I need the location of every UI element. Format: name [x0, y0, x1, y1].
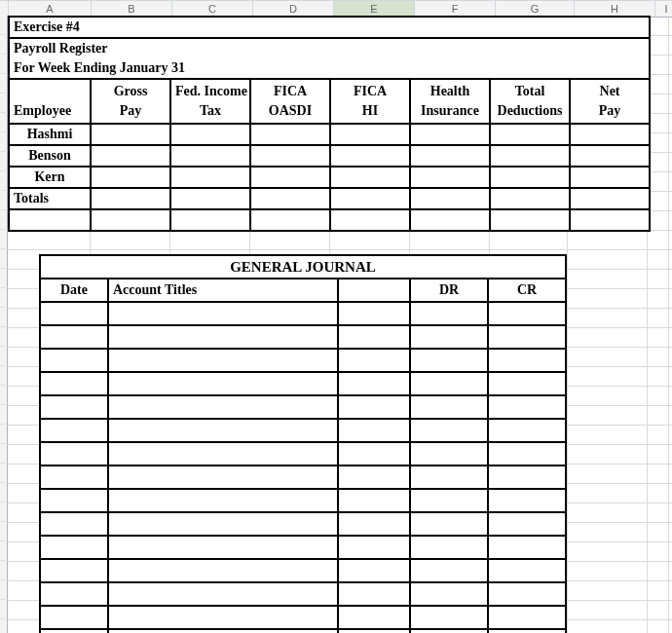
cell[interactable]	[91, 188, 170, 209]
journal-cell[interactable]	[488, 419, 566, 442]
row-header[interactable]	[0, 425, 8, 444]
journal-cell[interactable]	[40, 325, 108, 349]
hdr-fedincome-bot[interactable]: Tax	[170, 101, 250, 124]
row-header[interactable]	[0, 347, 8, 366]
journal-cell[interactable]	[108, 302, 338, 325]
row-header[interactable]	[0, 55, 8, 74]
payroll-title[interactable]: Exercise #4	[9, 17, 650, 38]
journal-cell[interactable]	[410, 442, 488, 465]
hdr-fica-hi-bot[interactable]: HI	[330, 101, 410, 124]
journal-cell[interactable]	[108, 629, 338, 633]
hdr-employee-top[interactable]	[9, 79, 91, 101]
journal-cell[interactable]	[338, 559, 410, 582]
emp-name-2[interactable]: Kern	[9, 167, 91, 188]
journal-cell[interactable]	[488, 489, 566, 512]
cell[interactable]	[330, 167, 410, 188]
cell[interactable]	[410, 145, 490, 167]
journal-cell[interactable]	[338, 302, 410, 325]
row-header[interactable]	[0, 464, 8, 483]
row-header[interactable]	[0, 191, 8, 210]
payroll-subtitle-2[interactable]: For Week Ending January 31	[9, 58, 650, 79]
grid-area[interactable]: Exercise #4 Payroll Register For Week En…	[8, 16, 672, 633]
cell[interactable]	[91, 167, 170, 188]
journal-cell[interactable]	[488, 465, 566, 489]
journal-cell[interactable]	[410, 325, 488, 349]
totals-label[interactable]: Totals	[9, 188, 91, 209]
general-journal-table[interactable]: GENERAL JOURNAL Date Account Titles DR C…	[39, 254, 567, 633]
journal-cell[interactable]	[410, 465, 488, 489]
journal-hdr-date[interactable]: Date	[40, 279, 108, 302]
journal-cell[interactable]	[410, 302, 488, 325]
journal-cell[interactable]	[488, 606, 566, 629]
journal-cell[interactable]	[338, 349, 410, 372]
journal-cell[interactable]	[108, 489, 338, 512]
cell[interactable]	[570, 167, 650, 188]
journal-cell[interactable]	[40, 606, 108, 629]
journal-cell[interactable]	[488, 442, 566, 465]
journal-cell[interactable]	[40, 489, 108, 512]
journal-cell[interactable]	[338, 512, 410, 536]
journal-cell[interactable]	[410, 559, 488, 582]
journal-cell[interactable]	[410, 512, 488, 536]
journal-cell[interactable]	[108, 325, 338, 349]
journal-cell[interactable]	[410, 349, 488, 372]
journal-cell[interactable]	[108, 395, 338, 419]
journal-cell[interactable]	[488, 559, 566, 582]
row-header[interactable]	[0, 93, 8, 113]
journal-cell[interactable]	[108, 582, 338, 606]
journal-cell[interactable]	[488, 349, 566, 372]
hdr-health-bot[interactable]: Insurance	[410, 101, 490, 124]
hdr-gross-top[interactable]: Gross	[91, 79, 170, 101]
cell[interactable]	[490, 145, 570, 167]
journal-cell[interactable]	[108, 419, 338, 442]
journal-cell[interactable]	[410, 489, 488, 512]
journal-cell[interactable]	[488, 325, 566, 349]
row-header[interactable]	[0, 405, 8, 425]
journal-cell[interactable]	[40, 419, 108, 442]
journal-cell[interactable]	[338, 489, 410, 512]
row-header[interactable]	[0, 269, 8, 288]
cell[interactable]	[250, 145, 330, 167]
cell[interactable]	[490, 167, 570, 188]
cell[interactable]	[490, 188, 570, 209]
row-header[interactable]	[0, 600, 8, 619]
row-header[interactable]	[0, 327, 8, 347]
cell[interactable]	[170, 167, 250, 188]
journal-cell[interactable]	[40, 302, 108, 325]
row-header[interactable]	[0, 230, 8, 249]
journal-hdr-account[interactable]: Account Titles	[108, 279, 338, 302]
hdr-net-bot[interactable]: Pay	[570, 101, 650, 124]
hdr-fica-oasdi-top[interactable]: FICA	[250, 79, 330, 101]
journal-hdr-cr[interactable]: CR	[488, 279, 566, 302]
cell[interactable]	[250, 167, 330, 188]
journal-cell[interactable]	[40, 372, 108, 395]
journal-cell[interactable]	[40, 629, 108, 633]
journal-cell[interactable]	[40, 512, 108, 536]
journal-cell[interactable]	[410, 395, 488, 419]
cell[interactable]	[410, 188, 490, 209]
row-header[interactable]	[0, 113, 8, 132]
journal-cell[interactable]	[338, 372, 410, 395]
row-header[interactable]	[0, 483, 8, 503]
cell[interactable]	[250, 209, 330, 231]
journal-cell[interactable]	[108, 465, 338, 489]
cell[interactable]	[330, 145, 410, 167]
cell[interactable]	[170, 188, 250, 209]
cell[interactable]	[570, 209, 650, 231]
row-header[interactable]	[0, 522, 8, 541]
journal-hdr-blank[interactable]	[338, 279, 410, 302]
row-header[interactable]	[0, 386, 8, 405]
hdr-gross-bot[interactable]: Pay	[91, 101, 170, 124]
cell[interactable]	[91, 124, 170, 145]
cell[interactable]	[570, 145, 650, 167]
journal-cell[interactable]	[40, 465, 108, 489]
cell[interactable]	[490, 209, 570, 231]
journal-cell[interactable]	[338, 442, 410, 465]
journal-cell[interactable]	[40, 536, 108, 559]
journal-cell[interactable]	[40, 395, 108, 419]
hdr-fica-oasdi-bot[interactable]: OASDI	[250, 101, 330, 124]
hdr-total-top[interactable]: Total	[490, 79, 570, 101]
journal-cell[interactable]	[338, 419, 410, 442]
cell[interactable]	[490, 124, 570, 145]
hdr-fica-hi-top[interactable]: FICA	[330, 79, 410, 101]
